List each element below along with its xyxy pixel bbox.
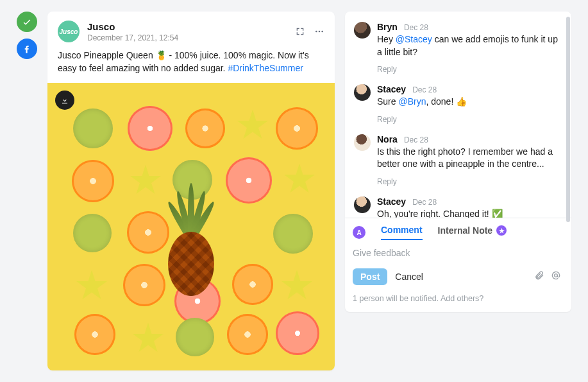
comment-text: Is this the right photo? I remember we h… [377, 146, 560, 171]
star-badge-icon: ★ [496, 225, 507, 236]
check-icon [22, 17, 32, 27]
comment-avatar[interactable] [354, 196, 371, 213]
post-image[interactable] [47, 83, 335, 370]
comment-avatar[interactable] [354, 134, 371, 151]
comment-author: Stacey [377, 196, 406, 207]
svg-point-0 [315, 31, 317, 33]
comment: BrynDec 28Hey @Stacey can we add emojis … [354, 18, 560, 80]
post-date: December 17, 2021, 12:54 [87, 33, 287, 42]
mention[interactable]: @Stacey [396, 34, 432, 44]
tab-internal-note-label: Internal Note [438, 225, 493, 236]
post-text: Jusco Pineapple Queen [58, 50, 156, 60]
post-body: Jusco Pineapple Queen 🍍 - 100% juice. 10… [47, 49, 335, 83]
comment: StaceyDec 28Oh, you're right. Changed it… [354, 193, 560, 218]
comment-text: Oh, you're right. Changed it! ✅ [377, 208, 560, 218]
reply-button[interactable]: Reply [377, 115, 397, 124]
svg-point-2 [321, 31, 323, 33]
comment-avatar[interactable] [354, 84, 371, 101]
reply-button[interactable]: Reply [377, 65, 397, 74]
mention-button[interactable] [551, 270, 561, 283]
author-name: Jusco [87, 21, 287, 32]
svg-point-3 [555, 274, 558, 277]
download-icon [60, 96, 69, 105]
comment-author: Bryn [377, 22, 398, 32]
current-user-avatar[interactable]: A [353, 226, 365, 239]
tab-internal-note[interactable]: Internal Note ★ [438, 225, 507, 239]
comment-avatar[interactable] [354, 22, 371, 39]
download-image-button[interactable] [55, 91, 74, 110]
more-icon [314, 26, 324, 37]
comment-date: Dec 28 [412, 198, 437, 207]
author-avatar[interactable]: Jusco [58, 21, 80, 42]
paperclip-icon [534, 270, 544, 281]
comment-date: Dec 28 [404, 135, 428, 144]
comment-date: Dec 28 [404, 23, 428, 32]
at-icon [551, 270, 561, 281]
comments-panel: BrynDec 28Hey @Stacey can we add emojis … [345, 12, 571, 312]
hashtag[interactable]: #DrinkTheSummer [228, 63, 303, 73]
tab-comment[interactable]: Comment [381, 225, 423, 240]
more-button[interactable] [314, 26, 324, 37]
mention[interactable]: @Bryn [398, 96, 426, 107]
facebook-icon [22, 44, 32, 54]
comment-author: Stacey [377, 84, 406, 94]
attach-button[interactable] [534, 270, 544, 283]
scrollbar[interactable] [566, 17, 570, 222]
pineapple-emoji: 🍍 [156, 50, 167, 60]
comment: StaceyDec 28Sure @Bryn, done! 👍Reply [354, 80, 560, 130]
comment-text: Sure @Bryn, done! 👍 [377, 96, 560, 109]
comment-form: A Comment Internal Note ★ Give feedback … [345, 218, 571, 312]
post-header: Jusco Jusco December 17, 2021, 12:54 [47, 12, 335, 49]
notify-hint[interactable]: 1 person will be notified. Add others? [353, 294, 561, 303]
comment-date: Dec 28 [412, 85, 437, 94]
status-approved-badge[interactable] [17, 12, 37, 32]
svg-point-1 [319, 31, 321, 33]
post-comment-button[interactable]: Post [353, 268, 387, 285]
comment: NoraDec 28Is this the right photo? I rem… [354, 130, 560, 193]
comments-list: BrynDec 28Hey @Stacey can we add emojis … [345, 12, 571, 218]
post-card: Jusco Jusco December 17, 2021, 12:54 Jus… [47, 12, 335, 370]
reply-button[interactable]: Reply [377, 177, 397, 186]
feedback-input[interactable]: Give feedback [353, 248, 561, 258]
comment-text: Hey @Stacey can we add emojis to funk it… [377, 33, 560, 58]
expand-icon [295, 26, 305, 37]
comment-author: Nora [377, 134, 398, 144]
expand-button[interactable] [295, 26, 305, 37]
facebook-channel-badge[interactable] [17, 39, 37, 59]
cancel-button[interactable]: Cancel [395, 272, 423, 282]
pineapple-image [165, 180, 217, 296]
